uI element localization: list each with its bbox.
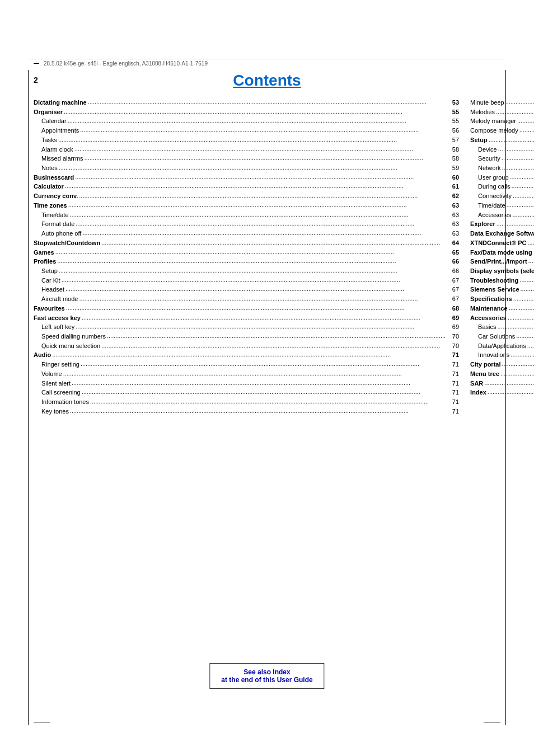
- toc-entry-dots: [519, 275, 534, 285]
- toc-entry: Fax/Data mode using a PC87: [470, 248, 534, 257]
- toc-entry-dots: [76, 322, 446, 331]
- toc-entry-text: Connectivity: [470, 191, 512, 201]
- toc-entry-text: Specifications: [470, 294, 512, 304]
- toc-entry-dots: [68, 200, 446, 210]
- toc-entry-dots: [58, 135, 446, 144]
- toc-entry-dots: [57, 256, 446, 266]
- toc-entry-page: 68: [447, 304, 459, 313]
- toc-entry-text: Games: [34, 248, 54, 257]
- toc-entry-text: Left soft key: [34, 322, 74, 332]
- toc-entry: Specifications94: [470, 294, 534, 304]
- toc-entry-page: 63: [447, 201, 459, 210]
- toc-entry: Compose melody73: [470, 126, 534, 135]
- toc-entry-dots: [80, 125, 446, 135]
- toc-entry-page: 66: [447, 266, 459, 276]
- toc-entry-text: Basics: [470, 322, 496, 332]
- toc-entry-text: Melodies: [470, 107, 495, 117]
- bottom-border-right: [484, 722, 500, 722]
- toc-entry-dots: [101, 238, 446, 247]
- toc-entry-text: Security: [470, 154, 500, 163]
- toc-entry: Minute beep72: [470, 98, 534, 107]
- toc-entry-text: Time/date: [470, 201, 505, 210]
- toc-entry-text: Dictating machine: [34, 98, 87, 107]
- page-wrapper: 28.5.02 k45e-ge- s45i - Eagle englisch, …: [0, 0, 534, 756]
- toc-entry-page: 71: [447, 369, 459, 379]
- toc-entry-dots: [55, 247, 446, 257]
- toc-entry-text: Calendar: [34, 116, 67, 126]
- toc-entry-text: Fax/Data mode using a PC: [470, 248, 534, 257]
- toc-entry: Setup74: [470, 135, 534, 145]
- toc-entry: During calls80: [470, 182, 534, 191]
- toc-entry-text: Network: [470, 163, 500, 173]
- toc-entry-dots: [496, 219, 534, 228]
- header-meta: 28.5.02 k45e-ge- s45i - Eagle englisch, …: [44, 60, 208, 67]
- toc-entry: Explorer84: [470, 219, 534, 229]
- toc-entry-page: 63: [447, 229, 459, 238]
- toc-entry-page: 58: [447, 154, 459, 163]
- toc-entry-page: 69: [447, 322, 459, 332]
- toc-entry-dots: [62, 275, 446, 285]
- toc-entry-dots: [63, 369, 446, 378]
- toc-entry: Stopwatch/Countdown64: [34, 238, 459, 248]
- toc-entry: Car Solutions96: [470, 332, 534, 341]
- toc-entry-text: Ringer setting: [34, 360, 79, 369]
- toc-entry-dots: [502, 359, 535, 369]
- toc-entry: Setup66: [34, 266, 459, 276]
- toc-entry-dots: [70, 406, 446, 416]
- toc-entry: Headset67: [34, 285, 459, 294]
- toc-entry: Businesscard60: [34, 173, 459, 182]
- toc-entry-text: Organiser: [34, 107, 63, 117]
- toc-entry-page: 58: [447, 145, 459, 154]
- toc-entry: Time/date63: [34, 210, 459, 220]
- toc-entry-text: Siemens Service: [470, 285, 519, 294]
- toc-entry-text: Index: [470, 388, 486, 397]
- toc-entry-dots: [484, 378, 534, 388]
- toc-entry-text: Innovations: [470, 350, 509, 360]
- toc-entry-text: Troubleshooting: [470, 276, 518, 285]
- toc-entry-dots: [508, 313, 534, 322]
- toc-entry-page: 56: [447, 126, 459, 135]
- toc-entry-dots: [59, 266, 446, 275]
- toc-entry-page: 71: [447, 350, 459, 360]
- toc-entry-dots: [488, 387, 534, 397]
- toc-entry-text: Data Exchange Software: [470, 229, 534, 238]
- toc-entry: Car Kit67: [34, 276, 459, 285]
- toc-entry-dots: [507, 200, 534, 210]
- toc-entry-dots: [90, 397, 446, 406]
- toc-entry-dots: [85, 153, 446, 163]
- toc-entry-dots: [498, 322, 535, 331]
- toc-entry-page: 67: [447, 276, 459, 285]
- toc-entry-text: Accessories: [470, 313, 507, 323]
- toc-entry-dots: [500, 369, 534, 378]
- toc-entry-dots: [498, 144, 534, 154]
- toc-entry-text: Audio: [34, 350, 51, 360]
- toc-entry: Tasks57: [34, 135, 459, 145]
- toc-entry-text: Speed dialling numbers: [34, 332, 106, 341]
- toc-entry: Organiser55: [34, 107, 459, 117]
- toc-entry: Quick menu selection70: [34, 341, 459, 351]
- toc-entry: Menu tree99: [470, 369, 534, 379]
- toc-entry-text: Alarm clock: [34, 145, 73, 154]
- toc-entry: Games65: [34, 248, 459, 257]
- toc-entry: Fast access key69: [34, 313, 459, 323]
- toc-entry-text: Maintenance: [470, 304, 508, 313]
- toc-entry-page: 55: [447, 107, 459, 117]
- toc-entry-text: Menu tree: [470, 369, 499, 379]
- toc-entry-dots: [59, 163, 446, 172]
- toc-entry-dots: [68, 116, 446, 125]
- toc-entry: Siemens Service93: [470, 285, 534, 294]
- toc-entry-dots: [65, 181, 446, 191]
- toc-entry: Maintenance95: [470, 304, 534, 313]
- header-bar: 28.5.02 k45e-ge- s45i - Eagle englisch, …: [34, 60, 500, 67]
- toc-entry-text: Minute beep: [470, 98, 504, 107]
- toc-entry: Data/Applications97: [470, 341, 534, 351]
- toc-entry-page: 67: [447, 294, 459, 304]
- toc-entry-text: Setup: [470, 135, 488, 145]
- toc-entry-dots: [512, 210, 534, 219]
- toc-entry-dots: [513, 191, 534, 200]
- toc-entry-dots: [516, 331, 534, 341]
- toc-entry-text: Key tones: [34, 407, 69, 416]
- toc-entry-dots: [509, 303, 534, 313]
- toc-entry: Calendar55: [34, 116, 459, 126]
- toc-entry: Time/date82: [470, 201, 534, 210]
